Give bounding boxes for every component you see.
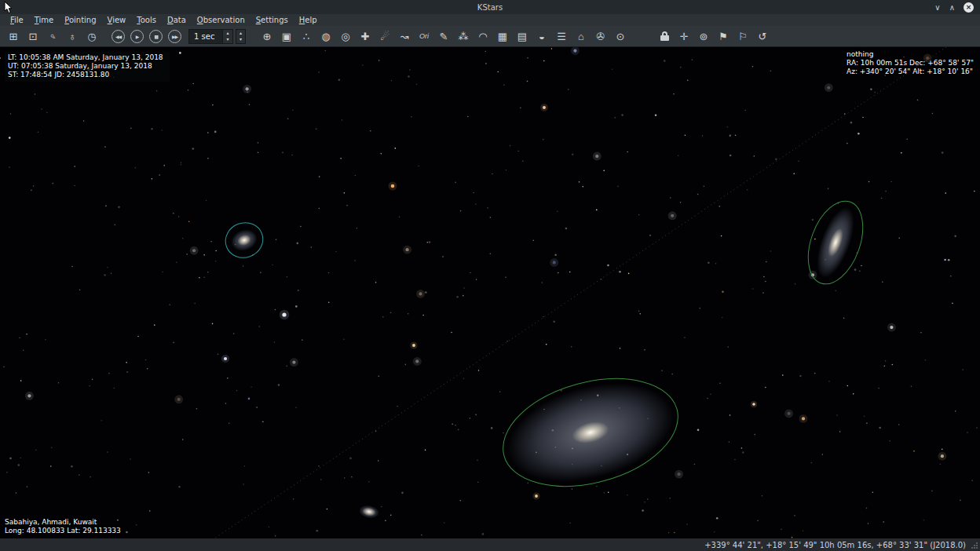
- menu-bar: File Time Pointing View Tools Data Obser…: [0, 14, 980, 26]
- set-time-button[interactable]: ◷: [82, 27, 101, 45]
- spin-down-icon[interactable]: ▾: [226, 36, 229, 42]
- faint-galaxy[interactable]: [358, 504, 380, 520]
- observing-flag-alt-icon[interactable]: ⚐: [733, 27, 752, 45]
- status-coordinates: +339° 44' 21", +18° 15' 49" 10h 05m 16s,…: [704, 541, 966, 549]
- focus-radec: RA: 10h 00m 51s Dec: +68° 58' 57": [847, 59, 974, 68]
- close-button[interactable]: ×: [964, 2, 974, 13]
- time-step-spinbox[interactable]: 1 sec ▴ ▾ ▴ ▾: [188, 29, 246, 44]
- focus-azalt: Az: +340° 20' 54" Alt: +18° 10' 16": [847, 68, 974, 76]
- show-horizon-icon[interactable]: ◒: [532, 27, 551, 45]
- menu-tools[interactable]: Tools: [131, 16, 162, 24]
- spiral-galaxy-large[interactable]: [497, 367, 683, 498]
- time-step-value[interactable]: 1 sec: [188, 29, 223, 44]
- edge-on-galaxy[interactable]: [810, 203, 861, 283]
- show-stars-icon[interactable]: ∴: [297, 27, 316, 45]
- constellation-lines-icon[interactable]: ⁂: [454, 27, 473, 45]
- zoom-reset-icon[interactable]: ↺: [753, 27, 772, 45]
- horizontal-grid-icon[interactable]: ▤: [513, 27, 532, 45]
- ekos-icon[interactable]: ✇: [591, 27, 610, 45]
- menu-settings[interactable]: Settings: [250, 16, 294, 24]
- sky-map[interactable]: LT: 10:05:38 AM Saturday, January 13, 20…: [0, 47, 980, 538]
- sky-image-icon[interactable]: ▣: [277, 27, 296, 45]
- resize-grip[interactable]: [971, 542, 978, 549]
- mouse-cursor: [4, 2, 13, 14]
- location-coords: Long: 48.100833 Lat: 29.113333: [5, 527, 121, 535]
- milky-way-icon[interactable]: ◠: [474, 27, 492, 45]
- zoom-fit-button[interactable]: ⊞: [4, 27, 23, 45]
- geographic-location-button[interactable]: ♁: [63, 27, 82, 45]
- menu-data[interactable]: Data: [162, 16, 192, 24]
- spin-up-icon[interactable]: ▴: [226, 30, 229, 36]
- menu-time[interactable]: Time: [29, 16, 59, 24]
- center-target-icon[interactable]: ⊚: [694, 27, 713, 45]
- show-solar-system-icon[interactable]: ◎: [336, 27, 355, 45]
- focus-info-overlay: nothing RA: 10h 00m 51s Dec: +68° 58' 57…: [847, 50, 974, 76]
- kstars-window: KStars ∨ ∧ × File Time Pointing View Too…: [0, 0, 980, 551]
- observatory-dome-icon[interactable]: ⌂: [572, 27, 591, 45]
- time-start-button[interactable]: ▶: [130, 30, 144, 43]
- hover-object-name: nothing: [847, 50, 974, 59]
- title-bar[interactable]: KStars ∨ ∧ ×: [0, 0, 980, 14]
- fov-eye-icon[interactable]: ⊙: [611, 27, 630, 45]
- menu-observation[interactable]: Observation: [192, 16, 250, 24]
- observing-flag-icon[interactable]: ⚑: [714, 27, 733, 45]
- lock-position-button[interactable]: [655, 27, 674, 45]
- menu-help[interactable]: Help: [294, 16, 323, 24]
- menu-view[interactable]: View: [102, 16, 132, 24]
- unit-down-icon[interactable]: ▾: [240, 36, 242, 42]
- maximize-button[interactable]: ∧: [949, 3, 955, 12]
- time-step-spinner[interactable]: ▴ ▾: [223, 29, 233, 44]
- show-supernovae-icon[interactable]: ✚: [356, 27, 375, 45]
- main-toolbar: ⊞ ⊡ ♀ ♁ ◷ ◀◀ ▶ ▮▮ ▶▶ 1 sec ▴ ▾ ▴ ▾ ⊕ ▣ ∴…: [0, 26, 980, 47]
- universal-time: UT: 07:05:38 Saturday, January 13, 2018: [8, 62, 163, 71]
- time-info-overlay: LT: 10:05:38 AM Saturday, January 13, 20…: [5, 52, 170, 82]
- show-comets-icon[interactable]: ☄: [375, 27, 394, 45]
- constellation-art-icon[interactable]: ✎: [434, 27, 453, 45]
- starfield: [0, 47, 980, 538]
- find-object-button[interactable]: ♀: [40, 24, 66, 49]
- observation-list-icon[interactable]: ☰: [552, 27, 571, 45]
- minimize-button[interactable]: ∨: [934, 3, 940, 12]
- window-title: KStars: [477, 3, 503, 12]
- sidereal-time: ST: 17:48:54 JD: 2458131.80: [8, 71, 163, 79]
- coordinates-toggle-icon[interactable]: ⊕: [258, 27, 276, 45]
- telescope-target-icon[interactable]: ✛: [675, 27, 693, 45]
- time-forward-button[interactable]: ▶▶: [168, 30, 181, 43]
- equatorial-grid-icon[interactable]: ▦: [493, 27, 512, 45]
- time-pause-button[interactable]: ▮▮: [149, 30, 163, 43]
- unit-up-icon[interactable]: ▴: [240, 30, 242, 36]
- menu-pointing[interactable]: Pointing: [59, 16, 101, 24]
- show-deep-sky-icon[interactable]: ◍: [316, 27, 335, 45]
- window-controls: ∨ ∧ ×: [934, 0, 974, 14]
- local-time: LT: 10:05:38 AM Saturday, January 13, 20…: [8, 53, 163, 62]
- time-rewind-button[interactable]: ◀◀: [112, 30, 125, 43]
- location-overlay: Sabahiya, Ahmadi, Kuwait Long: 48.100833…: [5, 518, 121, 535]
- time-unit-spinner[interactable]: ▴ ▾: [236, 29, 246, 44]
- status-bar: +339° 44' 21", +18° 15' 49" 10h 05m 16s,…: [0, 538, 980, 551]
- small-elliptical-galaxy[interactable]: [229, 226, 261, 254]
- location-name: Sabahiya, Ahmadi, Kuwait: [5, 518, 121, 527]
- show-satellites-icon[interactable]: ↝: [395, 27, 414, 45]
- constellation-names-icon[interactable]: Ori: [415, 27, 433, 45]
- menu-file[interactable]: File: [5, 16, 29, 24]
